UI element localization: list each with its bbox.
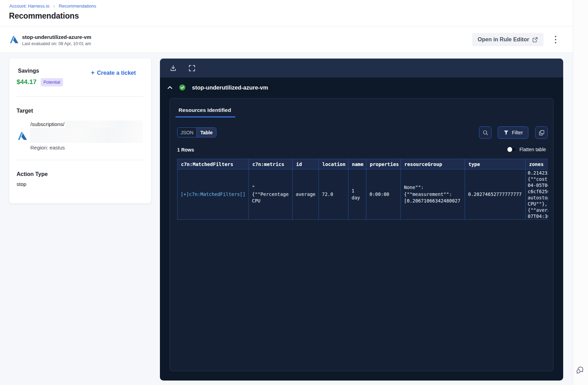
redacted-target-text (65, 121, 143, 128)
divider (17, 96, 143, 97)
collapse-chevron-icon[interactable] (167, 85, 173, 90)
flatten-table-toggle[interactable] (507, 147, 516, 152)
page-title: Recommendations (9, 11, 79, 21)
copy-button[interactable] (535, 126, 548, 139)
external-link-icon (532, 37, 538, 43)
page: Account: Harness.io › Recommendations Re… (0, 0, 588, 385)
kebab-menu-icon[interactable] (552, 34, 559, 45)
cell-name: 1 day (348, 169, 366, 220)
view-mode-switch: JSON Table (177, 127, 216, 137)
potential-badge: Potential (41, 78, 63, 86)
search-icon (482, 129, 489, 136)
resources-container: Resources Identified JSON Table Filter (170, 98, 554, 371)
chat-support-icon[interactable] (576, 365, 585, 375)
tab-active-underline (175, 116, 235, 117)
breadcrumb-account-link[interactable]: Account: Harness.io (9, 3, 49, 9)
cell-type: 0.20274652777777777 (465, 169, 526, 220)
breadcrumb-recommendations-link[interactable]: Recommendations (59, 3, 96, 9)
azure-logo-icon (18, 131, 27, 141)
tab-resources-identified[interactable]: Resources Identified (179, 107, 231, 113)
table-header-row: c7n:MatchedFilters c7n:metrics id locati… (178, 159, 548, 169)
panel-toolbar (160, 59, 563, 77)
create-ticket-link[interactable]: +Create a ticket (91, 69, 136, 76)
cell-zones: 0.214233 {""cost" 04-05T04 c6cf6250 auto… (526, 169, 548, 220)
savings-card: Savings +Create a ticket $44.17 Potentia… (9, 59, 151, 203)
search-button[interactable] (479, 126, 491, 139)
resources-table: c7n:MatchedFilters c7n:metrics id locati… (177, 159, 548, 220)
success-check-icon (179, 84, 186, 91)
filter-button[interactable]: Filter (498, 126, 528, 139)
savings-label: Savings (18, 68, 39, 74)
breadcrumb: Account: Harness.io › Recommendations (9, 3, 96, 9)
filter-funnel-icon (503, 130, 509, 136)
filter-label: Filter (512, 130, 523, 135)
fullscreen-icon[interactable] (188, 64, 196, 72)
target-region: Region: eastus (30, 145, 65, 150)
cell-id: average (293, 169, 319, 220)
view-json-button[interactable]: JSON (178, 128, 196, 137)
recommendation-last-evaluated: Last evaluated on: 08 Apr, 10:01 am (22, 41, 91, 46)
action-type-value: stop (17, 181, 26, 187)
table-row: [+]c7n:MatchedFilters[] " {""Percentage … (178, 169, 548, 220)
column-header[interactable]: type (465, 159, 526, 169)
column-header[interactable]: location (319, 159, 348, 169)
cell-location: 72.0 (319, 169, 348, 220)
column-header[interactable]: c7n:metrics (249, 159, 293, 169)
column-header[interactable]: properties (366, 159, 401, 169)
column-header[interactable]: id (293, 159, 319, 169)
recommendation-name: stop-underutilized-azure-vm (22, 34, 91, 40)
target-label: Target (17, 108, 33, 114)
rows-count: 1 Rows (177, 147, 194, 153)
results-panel: stop-underutilized-azure-vm Resources Id… (160, 59, 563, 381)
flatten-table-label: Flatten table (519, 147, 546, 152)
action-type-label: Action Type (17, 171, 48, 177)
cell-resource-group: None"": {""measurement"": [0.20671066342… (401, 169, 465, 220)
copy-icon (538, 129, 545, 136)
view-table-button[interactable]: Table (196, 128, 216, 137)
download-icon[interactable] (170, 64, 177, 72)
open-in-rule-editor-label: Open in Rule Editor (478, 37, 529, 43)
create-ticket-label: Create a ticket (97, 70, 136, 76)
plus-icon: + (91, 69, 95, 76)
cell-properties: 0:00:00 (366, 169, 401, 220)
column-header[interactable]: c7n:MatchedFilters (178, 159, 249, 169)
redacted-target-text (30, 128, 143, 143)
toggle-knob (507, 147, 512, 152)
target-path: /subscriptions/ (30, 121, 64, 127)
right-gutter (573, 0, 588, 385)
column-header[interactable]: zones (526, 159, 548, 169)
column-header[interactable]: name (348, 159, 366, 169)
cell-matched-filters-expand[interactable]: [+]c7n:MatchedFilters[] (178, 169, 249, 220)
azure-logo-icon (10, 35, 19, 44)
open-in-rule-editor-button[interactable]: Open in Rule Editor (472, 33, 544, 46)
recommendation-header: stop-underutilized-azure-vm Last evaluat… (0, 26, 573, 53)
resources-table-wrapper: c7n:MatchedFilters c7n:metrics id locati… (177, 159, 548, 220)
savings-amount: $44.17 (17, 78, 37, 86)
divider (17, 160, 143, 160)
column-header[interactable]: resourceGroup (401, 159, 465, 169)
cell-metrics: " {""Percentage CPU (249, 169, 293, 220)
panel-result-title: stop-underutilized-azure-vm (192, 84, 268, 91)
breadcrumb-separator: › (51, 4, 58, 9)
